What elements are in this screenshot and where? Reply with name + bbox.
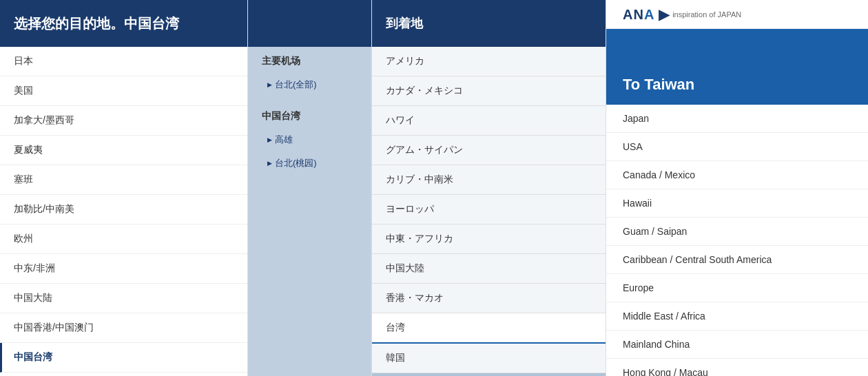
chinese-nav-item-9[interactable]: 中国香港/中国澳门 xyxy=(0,313,247,343)
eng-dest-item-1[interactable]: USA xyxy=(606,133,868,161)
panel-destinations-jp: 到着地 アメリカカナダ・メキシコハワイグアム・サイパンカリブ・中南米ヨーロッパ中… xyxy=(372,0,606,376)
eng-dest-item-6[interactable]: Europe xyxy=(606,274,868,302)
jp-dest-item-0[interactable]: アメリカ xyxy=(372,47,606,76)
airport-section2: 高雄台北(桃园) xyxy=(248,128,371,175)
chinese-nav-item-0[interactable]: 日本 xyxy=(0,47,247,76)
panel-chinese: 选择您的目的地。中国台湾 日本美国加拿大/墨西哥夏威夷塞班加勒比/中南美欧州中东… xyxy=(0,0,248,376)
airport-item-main-0[interactable]: 台北(全部) xyxy=(248,73,371,96)
eng-dest-item-4[interactable]: Guam / Saipan xyxy=(606,218,868,246)
eng-dest-item-0[interactable]: Japan xyxy=(606,105,868,133)
jp-dest-item-6[interactable]: 中東・アフリカ xyxy=(372,224,606,254)
ana-logo: ANA ▶ xyxy=(623,6,670,23)
panel-english-header: To Taiwan xyxy=(606,29,868,105)
eng-dest-nav: JapanUSACanada / MexicoHawaiiGuam / Saip… xyxy=(606,105,868,376)
airport-section1: 台北(全部) xyxy=(248,73,371,96)
jp-dest-item-7[interactable]: 中国大陸 xyxy=(372,254,606,284)
airport-item-taiwan-0[interactable]: 高雄 xyxy=(248,128,371,152)
section-main-airports: 主要机场 xyxy=(248,47,371,73)
jp-dest-item-8[interactable]: 香港・マカオ xyxy=(372,284,606,313)
jp-dest-item-9[interactable]: 台湾 xyxy=(372,313,606,344)
eng-dest-item-3[interactable]: Hawaii xyxy=(606,189,868,218)
jp-dest-item-5[interactable]: ヨーロッパ xyxy=(372,195,606,224)
panel-english: ANA ▶ inspiration of JAPAN To Taiwan Jap… xyxy=(606,0,868,376)
panel-destinations-jp-header: 到着地 xyxy=(372,0,606,47)
chinese-nav-item-7[interactable]: 中东/非洲 xyxy=(0,254,247,284)
panel-jp-dest-title: 到着地 xyxy=(386,15,423,32)
jp-dest-item-1[interactable]: カナダ・メキシコ xyxy=(372,76,606,106)
panel-destinations-jp-content: 到着地 アメリカカナダ・メキシコハワイグアム・サイパンカリブ・中南米ヨーロッパ中… xyxy=(372,0,606,373)
jp-dest-nav: アメリカカナダ・メキシコハワイグアム・サイパンカリブ・中南米ヨーロッパ中東・アフ… xyxy=(372,47,606,373)
chinese-nav-item-3[interactable]: 夏威夷 xyxy=(0,136,247,165)
chinese-nav-item-4[interactable]: 塞班 xyxy=(0,165,247,195)
panel-japanese-content: 主要机场 台北(全部) 中国台湾 高雄台北(桃园) xyxy=(248,0,371,175)
eng-dest-item-2[interactable]: Canada / Mexico xyxy=(606,161,868,189)
inspiration-text: inspiration of JAPAN xyxy=(672,10,741,19)
jp-dest-item-10[interactable]: 韓国 xyxy=(372,344,606,373)
jp-dest-item-3[interactable]: グアム・サイパン xyxy=(372,136,606,165)
jp-dest-item-2[interactable]: ハワイ xyxy=(372,106,606,136)
chinese-nav-item-5[interactable]: 加勒比/中南美 xyxy=(0,195,247,224)
eng-dest-item-8[interactable]: Mainland China xyxy=(606,331,868,359)
panel-english-logo-area: ANA ▶ inspiration of JAPAN xyxy=(606,0,868,29)
chinese-nav-item-2[interactable]: 加拿大/墨西哥 xyxy=(0,106,247,136)
jp-dest-item-4[interactable]: カリブ・中南米 xyxy=(372,165,606,195)
panel-japanese-header xyxy=(248,0,371,47)
panel-japanese: 主要机场 台北(全部) 中国台湾 高雄台北(桃园) xyxy=(248,0,372,376)
panel-english-title: To Taiwan xyxy=(623,76,694,94)
eng-dest-item-9[interactable]: Hong Kong / Macau xyxy=(606,359,868,376)
eng-dest-item-5[interactable]: Caribbean / Central South America xyxy=(606,246,868,274)
panel-chinese-title: 选择您的目的地。中国台湾 xyxy=(14,14,179,33)
chinese-nav-item-8[interactable]: 中国大陆 xyxy=(0,284,247,313)
eng-dest-item-7[interactable]: Middle East / Africa xyxy=(606,302,868,331)
airport-item-taiwan-1[interactable]: 台北(桃园) xyxy=(248,152,371,175)
panel-chinese-header: 选择您的目的地。中国台湾 xyxy=(0,0,247,47)
chinese-nav-item-11[interactable]: 韩国 xyxy=(0,373,247,376)
panel-chinese-nav: 日本美国加拿大/墨西哥夏威夷塞班加勒比/中南美欧州中东/非洲中国大陆中国香港/中… xyxy=(0,47,247,376)
section-taiwan: 中国台湾 xyxy=(248,102,371,128)
chinese-nav-item-6[interactable]: 欧州 xyxy=(0,224,247,254)
chinese-nav-item-10[interactable]: 中国台湾 xyxy=(0,343,247,373)
chinese-nav-item-1[interactable]: 美国 xyxy=(0,76,247,106)
